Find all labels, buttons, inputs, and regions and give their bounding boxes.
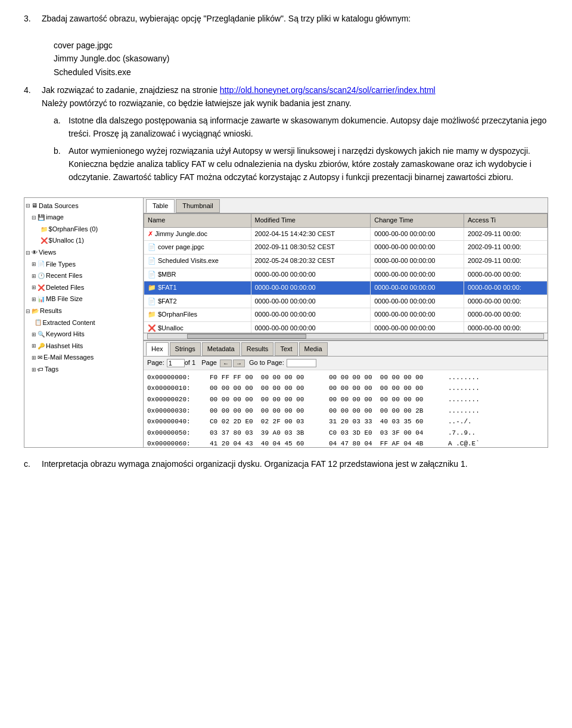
hex-ascii: .7..9.. bbox=[448, 428, 475, 439]
item-3-num: 3. bbox=[24, 12, 42, 79]
table-row[interactable]: 📁$OrphanFiles 0000-00-00 00:00:00 0000-0… bbox=[144, 308, 548, 322]
goto-page-input[interactable] bbox=[287, 359, 316, 367]
tree-unalloc-label: $Unalloc (1) bbox=[49, 236, 84, 246]
row-name: 📁$OrphanFiles bbox=[144, 308, 251, 322]
file-table: Name Modified Time Change Time Access Ti… bbox=[144, 213, 548, 332]
table-row[interactable]: 📄$MBR 0000-00-00 00:00:00 0000-00-00 00:… bbox=[144, 268, 548, 281]
deleted-icon: ❌ bbox=[38, 283, 45, 293]
expand-mb[interactable]: ⊞ bbox=[32, 295, 36, 303]
tree-file-types[interactable]: ⊞ 📄 File Types bbox=[32, 259, 142, 271]
tree-tags-label: Tags bbox=[45, 364, 58, 375]
table-row[interactable]: 📄cover page.jpgc 2002-09-11 08:30:52 CES… bbox=[144, 241, 548, 255]
expand-tags[interactable]: ⊞ bbox=[32, 365, 36, 374]
tree-hashset-hits[interactable]: ⊞ 🔑 Hashset Hits bbox=[32, 340, 142, 352]
tree-results[interactable]: ⊟ 📂 Results bbox=[26, 305, 142, 317]
page-label2: Page bbox=[201, 358, 217, 368]
tree-email-messages[interactable]: ⊞ ✉ E-Mail Messages bbox=[32, 352, 142, 364]
folder-icon: 📁 bbox=[148, 284, 156, 291]
table-row-selected[interactable]: 📁$FAT1 0000-00-00 00:00:00 0000-00-00 00… bbox=[144, 281, 548, 295]
hex-bytes: 03 37 80 03 39 A0 03 3B bbox=[210, 428, 329, 439]
table-row[interactable]: ✗Jimmy Jungle.doc 2002-04-15 14:42:30 CE… bbox=[144, 227, 548, 241]
expand-deleted[interactable]: ⊞ bbox=[32, 283, 36, 292]
tab-metadata[interactable]: Metadata bbox=[202, 342, 240, 357]
scroll-thumb[interactable] bbox=[187, 334, 306, 339]
results-icon: 📂 bbox=[32, 306, 39, 316]
list-item-c: c. Interpretacja obrazu wymaga znajomośc… bbox=[24, 457, 548, 470]
table-container: Name Modified Time Change Time Access Ti… bbox=[144, 213, 548, 332]
item-4-url[interactable]: http://old.honeynet.org/scans/scan24/sol… bbox=[220, 85, 436, 95]
expand-unalloc bbox=[38, 237, 39, 245]
table-row[interactable]: 📄$FAT2 0000-00-00 00:00:00 0000-00-00 00… bbox=[144, 295, 548, 308]
row-access: 0000-00-00 00:00: bbox=[464, 268, 547, 281]
next-page-button[interactable]: → bbox=[233, 360, 245, 367]
tree-mb-file-size[interactable]: ⊞ 📊 MB File Size bbox=[32, 293, 142, 305]
tree-keyword-hits[interactable]: ⊞ 🔍 Keyword Hits bbox=[32, 329, 142, 340]
row-change: 0000-00-00 00:00:00 bbox=[371, 308, 464, 322]
tab-thumbnail[interactable]: Thumbnail bbox=[176, 199, 219, 213]
tab-text[interactable]: Text bbox=[275, 342, 297, 357]
hex-addr: 0x00000030: bbox=[147, 406, 210, 417]
tab-strings[interactable]: Strings bbox=[170, 342, 201, 357]
deleted-file-icon: ✗ bbox=[148, 230, 153, 237]
folder-icon: 📁 bbox=[148, 311, 156, 318]
tree-unalloc[interactable]: ❌ $Unalloc (1) bbox=[38, 235, 142, 247]
tab-hex[interactable]: Hex bbox=[146, 342, 169, 357]
expand-views[interactable]: ⊟ bbox=[26, 249, 30, 257]
hex-row: 0x00000000: F0 FF FF 00 00 00 00 00 00 0… bbox=[147, 373, 544, 383]
tree-recent-label: Recent Files bbox=[46, 271, 82, 281]
row-name: ✗Jimmy Jungle.doc bbox=[144, 227, 251, 241]
expand-data-sources[interactable]: ⊟ bbox=[26, 202, 30, 210]
row-change: 0000-00-00 00:00:00 bbox=[371, 295, 464, 308]
tree-data-sources[interactable]: ⊟ 🖥 Data Sources bbox=[26, 200, 142, 212]
unalloc-icon: ❌ bbox=[41, 236, 48, 246]
bottom-panel: Hex Strings Metadata Results Text Media … bbox=[144, 340, 548, 447]
horizontal-scrollbar[interactable] bbox=[144, 333, 548, 340]
row-change: 0000-00-00 00:00:00 bbox=[371, 227, 464, 241]
hex-ascii: ..-./. bbox=[448, 417, 472, 427]
tree-views[interactable]: ⊟ 👁 Views bbox=[26, 247, 142, 259]
table-row[interactable]: 📄Scheduled Visits.exe 2002-05-24 08:20:3… bbox=[144, 255, 548, 268]
tree-image[interactable]: ⊟ 💾 image bbox=[32, 212, 142, 224]
hex-row: 0x00000030: 00 00 00 00 00 00 00 00 00 0… bbox=[147, 406, 544, 417]
table-row[interactable]: ❌$Unalloc 0000-00-00 00:00:00 0000-00-00… bbox=[144, 322, 548, 333]
expand-hashset[interactable]: ⊞ bbox=[32, 342, 36, 350]
recent-icon: 🕐 bbox=[38, 271, 45, 281]
scroll-track[interactable] bbox=[147, 333, 544, 339]
tree-recent-files[interactable]: ⊞ 🕐 Recent Files bbox=[32, 270, 142, 282]
row-access: 2002-09-11 00:00: bbox=[464, 255, 547, 268]
tree-results-label: Results bbox=[40, 306, 62, 317]
tree-deleted-files[interactable]: ⊞ ❌ Deleted Files bbox=[32, 282, 142, 294]
hex-bytes: 00 00 00 00 00 00 00 00 bbox=[210, 383, 329, 394]
tab-results[interactable]: Results bbox=[241, 342, 274, 357]
hex-bytes: C0 02 2D E0 02 2F 00 03 bbox=[210, 417, 329, 427]
sublist: a. Istotne dla dalszego postępowania są … bbox=[54, 114, 548, 184]
extracted-icon: 📋 bbox=[35, 318, 42, 327]
hex-row: 0x00000010: 00 00 00 00 00 00 00 00 00 0… bbox=[147, 383, 544, 394]
row-modified: 0000-00-00 00:00:00 bbox=[251, 322, 371, 333]
tree-orphan-files[interactable]: 📁 $OrphanFiles (0) bbox=[38, 224, 142, 236]
hex-addr: 0x00000040: bbox=[147, 417, 210, 427]
row-change: 0000-00-00 00:00:00 bbox=[371, 241, 464, 255]
tree-tags[interactable]: ⊞ 🏷 Tags bbox=[32, 364, 142, 376]
expand-keyword[interactable]: ⊞ bbox=[32, 330, 36, 339]
col-change: Change Time bbox=[371, 214, 464, 228]
prev-page-button[interactable]: ← bbox=[220, 360, 232, 367]
file-icon: 📄 bbox=[148, 243, 156, 250]
expand-file-types[interactable]: ⊞ bbox=[32, 260, 36, 268]
expand-results[interactable]: ⊟ bbox=[26, 307, 30, 315]
hex-ascii: A .C@.E` bbox=[448, 439, 480, 447]
expand-email[interactable]: ⊞ bbox=[32, 354, 36, 362]
hex-content: 0x00000000: F0 FF FF 00 00 00 00 00 00 0… bbox=[144, 370, 548, 447]
tab-media[interactable]: Media bbox=[299, 342, 328, 357]
expand-image[interactable]: ⊟ bbox=[32, 213, 36, 222]
page-number-input[interactable] bbox=[167, 359, 185, 367]
sub-a-text: Istotne dla dalszego postępowania są inf… bbox=[69, 114, 548, 141]
tab-table[interactable]: Table bbox=[146, 199, 175, 213]
tree-extracted-content[interactable]: 📋 Extracted Content bbox=[32, 317, 142, 329]
row-modified: 2002-04-15 14:42:30 CEST bbox=[251, 227, 371, 241]
row-access: 2002-09-11 00:00: bbox=[464, 227, 547, 241]
expand-extracted bbox=[32, 318, 33, 327]
expand-recent[interactable]: ⊞ bbox=[32, 272, 36, 280]
hex-bytes2: 00 00 00 00 00 00 00 2B bbox=[329, 406, 448, 417]
hex-bytes: 41 20 04 43 40 04 45 60 bbox=[210, 439, 329, 447]
